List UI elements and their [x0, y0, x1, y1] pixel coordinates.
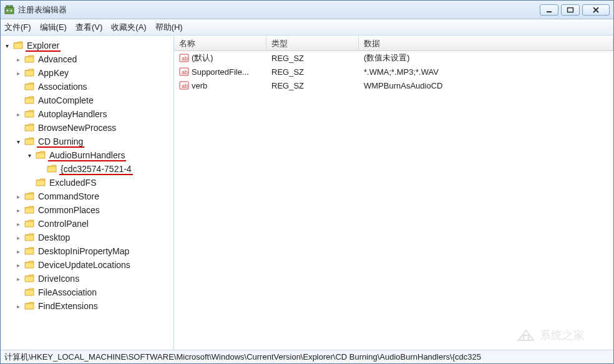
string-value-icon: ab	[179, 53, 189, 63]
tree-item-label: Desktop	[37, 232, 71, 243]
tree-item[interactable]: AudioBurnHandlers{cdc32574-7521-4	[26, 148, 173, 176]
collapse-icon[interactable]	[26, 151, 33, 159]
tree-item[interactable]: Desktop	[14, 231, 173, 244]
svg-text:ab: ab	[182, 69, 188, 75]
no-expand-icon	[14, 289, 22, 296]
folder-icon	[24, 110, 34, 118]
string-value-icon: ab	[179, 80, 189, 90]
svg-rect-5	[547, 11, 552, 12]
svg-point-3	[7, 9, 9, 11]
tree-item[interactable]: BrowseNewProcess	[14, 121, 173, 135]
tree-item[interactable]: FindExtensions	[14, 299, 173, 313]
registry-tree: ExplorerAdvancedAppKeyAssociationsAutoCo…	[1, 39, 173, 313]
tree-item[interactable]: CommandStore	[14, 189, 173, 203]
expand-icon[interactable]	[14, 247, 22, 255]
tree-item[interactable]: ExplorerAdvancedAppKeyAssociationsAutoCo…	[3, 39, 173, 313]
tree-item-label: DeviceUpdateLocations	[37, 259, 132, 271]
folder-icon	[24, 261, 34, 269]
folder-icon	[24, 233, 34, 242]
registry-editor-window: 注册表编辑器 文件(F) 编辑(E) 查看(V) 收藏夹(A) 帮助(H) Ex…	[0, 0, 614, 364]
tree-item[interactable]: CD BurningAudioBurnHandlers{cdc32574-752…	[14, 135, 173, 189]
content-area: ExplorerAdvancedAppKeyAssociationsAutoCo…	[1, 36, 613, 350]
collapse-icon[interactable]	[3, 42, 11, 49]
folder-icon	[24, 69, 34, 77]
app-icon	[4, 5, 14, 15]
tree-item-label: FindExtensions	[37, 300, 99, 312]
value-data: *.WMA;*.MP3;*.WAV	[359, 67, 613, 77]
expand-icon[interactable]	[14, 110, 22, 118]
menu-file[interactable]: 文件(F)	[4, 22, 31, 33]
expand-icon[interactable]	[14, 193, 22, 200]
svg-rect-1	[6, 6, 9, 7]
tree-pane[interactable]: ExplorerAdvancedAppKeyAssociationsAutoCo…	[1, 36, 174, 350]
tree-item[interactable]: DeviceUpdateLocations	[14, 258, 173, 272]
value-name: (默认)	[192, 52, 213, 64]
close-button[interactable]	[582, 4, 610, 16]
minimize-button[interactable]	[540, 4, 558, 16]
expand-icon[interactable]	[14, 261, 22, 269]
expand-icon[interactable]	[14, 275, 22, 282]
tree-item-label: AppKey	[37, 67, 70, 79]
menu-view[interactable]: 查看(V)	[76, 22, 102, 33]
column-data[interactable]: 数据	[359, 36, 613, 50]
folder-icon	[24, 302, 34, 310]
tree-item[interactable]: AutoplayHandlers	[14, 107, 173, 121]
tree-item[interactable]: AppKey	[14, 66, 173, 80]
tree-item[interactable]: Associations	[14, 80, 173, 93]
folder-icon	[24, 123, 34, 132]
svg-rect-0	[5, 7, 14, 14]
value-row[interactable]: abSupportedFile...REG_SZ*.WMA;*.MP3;*.WA…	[174, 65, 613, 79]
menu-favorites[interactable]: 收藏夹(A)	[111, 22, 146, 33]
status-path: 计算机\HKEY_LOCAL_MACHINE\SOFTWARE\Microsof…	[4, 352, 481, 363]
expand-icon[interactable]	[14, 55, 22, 63]
expand-icon[interactable]	[14, 302, 22, 310]
column-name[interactable]: 名称	[174, 36, 266, 50]
folder-icon	[24, 247, 34, 256]
tree-item-label: FileAssociation	[37, 287, 98, 298]
title-bar[interactable]: 注册表编辑器	[1, 1, 613, 19]
value-data: (数值未设置)	[359, 52, 613, 64]
tree-item[interactable]: FileAssociation	[14, 285, 173, 299]
value-data: WMPBurnAsAudioCD	[359, 81, 613, 90]
tree-item[interactable]: AutoComplete	[14, 93, 173, 107]
tree-item-label: AutoplayHandlers	[37, 108, 109, 120]
svg-rect-2	[10, 6, 12, 7]
expand-icon[interactable]	[14, 206, 22, 214]
value-row[interactable]: ab(默认)REG_SZ(数值未设置)	[174, 51, 613, 65]
expand-icon[interactable]	[14, 220, 22, 228]
collapse-icon[interactable]	[14, 138, 22, 145]
tree-item[interactable]: DesktopIniPropertyMap	[14, 244, 173, 258]
expand-icon[interactable]	[14, 234, 22, 241]
column-type[interactable]: 类型	[266, 36, 359, 50]
tree-item[interactable]: ControlPanel	[14, 217, 173, 231]
folder-icon	[24, 288, 34, 297]
tree-item[interactable]: {cdc32574-7521-4	[37, 162, 173, 176]
svg-text:ab: ab	[182, 55, 188, 62]
tree-item[interactable]: Advanced	[14, 52, 173, 66]
value-row[interactable]: abverbREG_SZWMPBurnAsAudioCD	[174, 79, 613, 92]
menu-bar: 文件(F) 编辑(E) 查看(V) 收藏夹(A) 帮助(H)	[1, 19, 613, 36]
tree-item-label: CD Burning	[37, 136, 84, 148]
expand-icon[interactable]	[14, 69, 22, 77]
tree-item[interactable]: DriveIcons	[14, 272, 173, 285]
folder-icon	[24, 192, 34, 201]
folder-icon	[36, 178, 46, 187]
status-bar: 计算机\HKEY_LOCAL_MACHINE\SOFTWARE\Microsof…	[1, 350, 613, 363]
tree-item-label: ExcludedFS	[48, 177, 97, 188]
tree-item[interactable]: CommonPlaces	[14, 203, 173, 217]
menu-help[interactable]: 帮助(H)	[155, 22, 183, 33]
tree-item-label: {cdc32574-7521-4	[59, 163, 133, 175]
folder-icon	[24, 82, 34, 91]
value-name: verb	[192, 81, 207, 90]
value-type: REG_SZ	[266, 54, 359, 63]
tree-item-label: ControlPanel	[37, 218, 90, 229]
menu-edit[interactable]: 编辑(E)	[40, 22, 67, 33]
folder-icon	[47, 165, 57, 173]
folder-icon	[24, 219, 34, 228]
maximize-button[interactable]	[561, 4, 580, 16]
tree-item-label: Advanced	[37, 54, 78, 65]
list-pane[interactable]: 名称 类型 数据 ab(默认)REG_SZ(数值未设置)abSupportedF…	[174, 36, 613, 350]
folder-icon	[13, 41, 23, 50]
tree-item-label: DesktopIniPropertyMap	[37, 246, 130, 257]
tree-item[interactable]: ExcludedFS	[26, 176, 173, 189]
